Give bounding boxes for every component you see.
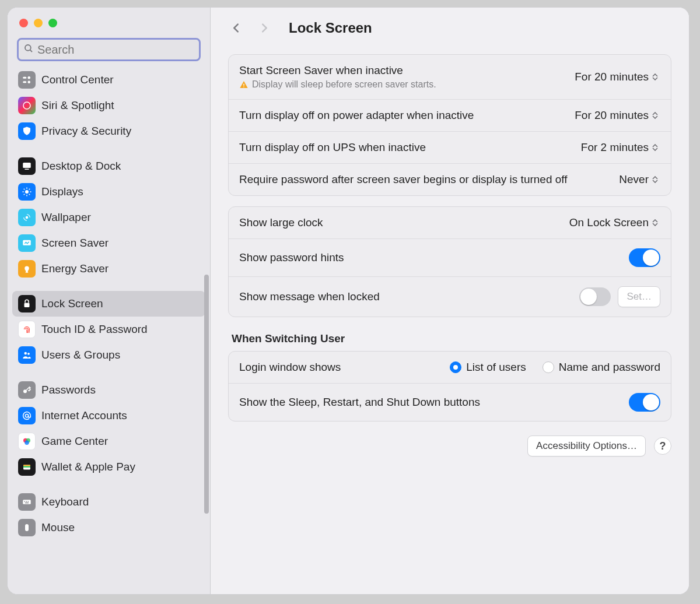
sidebar-item-siri-spotlight[interactable]: Siri & Spotlight: [12, 93, 205, 118]
message-locked-toggle[interactable]: [579, 287, 611, 306]
radio-name-password[interactable]: Name and password: [542, 361, 660, 374]
setting-label: Show message when locked: [239, 290, 572, 303]
sidebar-item-screen-saver[interactable]: Screen Saver: [12, 230, 205, 256]
header: Lock Screen: [211, 8, 689, 48]
password-hints-toggle[interactable]: [629, 248, 660, 267]
svg-point-9: [25, 190, 29, 194]
setting-label: Require password after screen saver begi…: [239, 173, 612, 186]
svg-rect-37: [243, 84, 244, 86]
radio-label: Name and password: [559, 361, 660, 374]
key-icon: [18, 381, 36, 399]
row-require-password: Require password after screen saver begi…: [229, 164, 671, 195]
settings-window: Control Center Siri & Spotlight Privacy …: [7, 7, 690, 595]
sidebar-item-displays[interactable]: Displays: [12, 179, 205, 205]
row-screen-saver: Start Screen Saver when inactive Display…: [229, 55, 671, 100]
svg-point-27: [24, 441, 29, 445]
users-icon: [18, 346, 36, 364]
sidebar-item-lock-screen[interactable]: Lock Screen: [12, 291, 205, 317]
sidebar-item-label: Privacy & Security: [41, 125, 131, 138]
svg-rect-36: [25, 524, 29, 531]
at-icon: [18, 407, 36, 424]
radio-list-of-users[interactable]: List of users: [450, 361, 526, 374]
titlebar: [8, 8, 210, 38]
svg-rect-34: [28, 501, 29, 503]
sidebar-item-label: Energy Saver: [41, 262, 108, 275]
accessibility-options-button[interactable]: Accessibility Options…: [527, 436, 646, 456]
displays-icon: [18, 183, 36, 201]
display-off-ups-popup[interactable]: For 2 minutes: [581, 141, 660, 154]
svg-rect-8: [24, 169, 29, 170]
search-input[interactable]: [37, 43, 194, 57]
sidebar-item-label: Wallpaper: [41, 211, 91, 224]
sidebar-item-touchid-password[interactable]: Touch ID & Password: [12, 317, 205, 342]
sidebar-item-label: Internet Accounts: [41, 409, 127, 422]
large-clock-popup[interactable]: On Lock Screen: [569, 216, 660, 229]
sidebar-item-internet-accounts[interactable]: Internet Accounts: [12, 403, 205, 429]
sidebar-item-mouse[interactable]: Mouse: [12, 515, 205, 540]
sidebar-item-label: Users & Groups: [41, 349, 120, 361]
row-display-off-power: Turn display off on power adapter when i…: [229, 100, 671, 132]
sidebar-item-desktop-dock[interactable]: Desktop & Dock: [12, 153, 205, 179]
svg-rect-35: [25, 503, 29, 504]
minimize-window-button[interactable]: [34, 19, 43, 27]
wallet-icon: [18, 458, 36, 476]
switching-user-heading: When Switching User: [228, 328, 671, 351]
close-window-button[interactable]: [19, 19, 28, 27]
svg-point-23: [23, 389, 27, 393]
fingerprint-icon: [18, 321, 36, 338]
chevron-updown-icon: [652, 112, 658, 119]
sidebar-item-keyboard[interactable]: Keyboard: [12, 489, 205, 515]
search-field[interactable]: [17, 38, 201, 61]
require-password-popup[interactable]: Never: [619, 173, 660, 186]
help-button[interactable]: ?: [654, 437, 671, 455]
row-message-locked: Show message when locked Set…: [229, 277, 671, 317]
game-center-icon: [18, 433, 36, 450]
screen-saver-icon: [18, 234, 36, 252]
chevron-updown-icon: [652, 144, 658, 151]
svg-line-17: [24, 194, 25, 195]
forward-button[interactable]: [256, 20, 272, 36]
row-login-window: Login window shows List of users Name an…: [229, 352, 671, 384]
set-message-button[interactable]: Set…: [618, 286, 660, 307]
setting-label: Turn display off on power adapter when i…: [239, 109, 568, 122]
sidebar-item-label: Passwords: [41, 384, 96, 396]
sidebar-item-energy-saver[interactable]: Energy Saver: [12, 256, 205, 282]
sidebar-item-control-center[interactable]: Control Center: [12, 67, 205, 93]
sleep-buttons-toggle[interactable]: [629, 393, 660, 412]
sidebar-item-label: Control Center: [41, 73, 114, 86]
chevron-updown-icon: [652, 219, 658, 226]
sidebar-scrollbar[interactable]: [204, 275, 209, 514]
sidebar-item-label: Displays: [41, 185, 83, 198]
sidebar-item-users-groups[interactable]: Users & Groups: [12, 342, 205, 368]
screen-saver-popup[interactable]: For 20 minutes: [575, 71, 660, 83]
sidebar-item-label: Wallet & Apple Pay: [41, 461, 135, 473]
setting-label: Show large clock: [239, 216, 562, 229]
svg-rect-3: [23, 81, 26, 83]
siri-icon: [18, 97, 36, 114]
sidebar-item-game-center[interactable]: Game Center: [12, 429, 205, 454]
zoom-window-button[interactable]: [48, 19, 57, 27]
sidebar: Control Center Siri & Spotlight Privacy …: [8, 8, 211, 594]
chevron-updown-icon: [652, 176, 658, 183]
sidebar-list[interactable]: Control Center Siri & Spotlight Privacy …: [8, 65, 210, 594]
sidebar-item-wallet-apple-pay[interactable]: Wallet & Apple Pay: [12, 454, 205, 480]
energy-saver-icon: [18, 260, 36, 278]
card-switching-user: Login window shows List of users Name an…: [228, 351, 671, 422]
sidebar-item-wallpaper[interactable]: Wallpaper: [12, 205, 205, 230]
svg-rect-32: [24, 501, 26, 503]
svg-line-14: [24, 189, 25, 190]
setting-label: Login window shows: [239, 361, 443, 374]
sidebar-item-privacy-security[interactable]: Privacy & Security: [12, 118, 205, 144]
display-off-power-popup[interactable]: For 20 minutes: [575, 109, 660, 122]
sidebar-item-label: Lock Screen: [41, 297, 103, 310]
svg-rect-29: [23, 465, 30, 466]
svg-point-18: [26, 216, 29, 219]
sidebar-item-label: Mouse: [41, 521, 75, 534]
svg-rect-2: [23, 77, 26, 79]
sidebar-item-label: Desktop & Dock: [41, 160, 121, 173]
setting-label: Turn display off on UPS when inactive: [239, 141, 574, 154]
back-button[interactable]: [228, 20, 244, 36]
setting-label: Show the Sleep, Restart, and Shut Down b…: [239, 396, 622, 409]
sidebar-item-passwords[interactable]: Passwords: [12, 377, 205, 403]
svg-point-5: [28, 81, 31, 84]
